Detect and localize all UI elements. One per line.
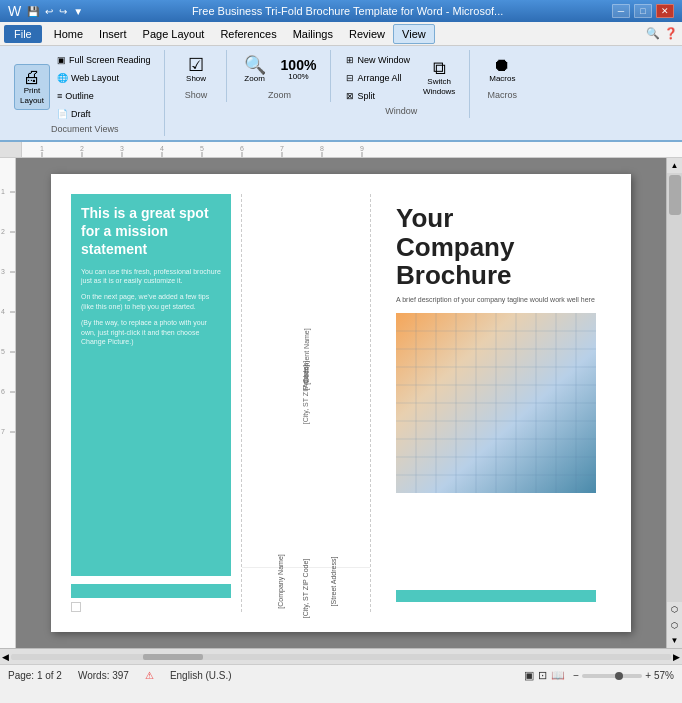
svg-text:5: 5: [1, 348, 5, 355]
scroll-left-arrow[interactable]: ◀: [2, 652, 9, 662]
minimize-button[interactable]: ─: [612, 4, 630, 18]
svg-rect-0: [22, 142, 662, 158]
zoom-100-icon: 100%: [281, 58, 317, 72]
h-scroll-thumb[interactable]: [143, 654, 203, 660]
title-bar: W 💾 ↩ ↪ ▼ Free Business Tri-Fold Brochur…: [0, 0, 682, 22]
quick-menu[interactable]: ▼: [73, 6, 83, 17]
arrange-all-button[interactable]: ⊟ Arrange All: [341, 70, 415, 86]
fullscreen-label: Full Screen Reading: [69, 55, 151, 65]
left-bottom-bar: [71, 584, 231, 598]
zoom-control[interactable]: − + 57%: [573, 670, 674, 681]
scroll-thumb[interactable]: [669, 175, 681, 215]
new-window-icon: ⊞: [346, 55, 354, 65]
zoom-minus[interactable]: −: [573, 670, 579, 681]
company-title: YourCompanyBrochure: [396, 204, 596, 290]
scroll-down-arrow[interactable]: ▼: [668, 633, 682, 648]
building-svg: [396, 313, 596, 493]
outline-label: Outline: [65, 91, 94, 101]
menu-home[interactable]: Home: [46, 25, 91, 43]
vertical-scrollbar[interactable]: ▲ ⬡ ⬡ ▼: [666, 158, 682, 648]
show-button[interactable]: ☑ Show: [178, 52, 214, 88]
language[interactable]: English (U.S.): [170, 670, 232, 681]
ruler-marks-svg: 1 2 3 4 5 6 7 8 9: [22, 142, 662, 158]
svg-text:2: 2: [80, 145, 84, 152]
menu-file[interactable]: File: [4, 25, 42, 43]
scroll-up-arrow[interactable]: ▲: [668, 158, 682, 173]
web-layout-label: Web Layout: [71, 73, 119, 83]
view-icons: ▣ ⊡ 📖: [524, 669, 565, 682]
split-button[interactable]: ⊠ Split: [341, 88, 415, 104]
h-scroll-track[interactable]: [11, 654, 671, 660]
help-icon[interactable]: ❓: [664, 27, 678, 40]
switch-windows-button[interactable]: ⧉ SwitchWindows: [417, 55, 461, 100]
zoom-100-button[interactable]: 100% 100%: [275, 54, 323, 86]
zoom-level: 57%: [654, 670, 674, 681]
brochure-image: [396, 313, 596, 493]
menu-view[interactable]: View: [393, 24, 435, 44]
split-icon: ⊠: [346, 91, 354, 101]
ribbon-group-show: ☑ Show Show: [167, 50, 227, 102]
para3: (By the way, to replace a photo with you…: [81, 318, 221, 347]
para2: On the next page, we've added a few tips…: [81, 292, 221, 312]
menu-review[interactable]: Review: [341, 25, 393, 43]
quick-redo[interactable]: ↪: [59, 6, 67, 17]
svg-text:5: 5: [200, 145, 204, 152]
new-window-button[interactable]: ⊞ New Window: [341, 52, 415, 68]
canvas-area[interactable]: This is a great spot for a mission state…: [16, 158, 666, 648]
show-label: Show: [185, 90, 208, 100]
outline-button[interactable]: ≡ Outline: [52, 88, 156, 104]
full-screen-reading-button[interactable]: ▣ Full Screen Reading: [52, 52, 156, 68]
ruler-v-svg: 1 2 3 4 5 6 7: [0, 162, 16, 648]
menu-page-layout[interactable]: Page Layout: [135, 25, 213, 43]
svg-text:7: 7: [280, 145, 284, 152]
svg-text:9: 9: [360, 145, 364, 152]
zoom-slider[interactable]: [582, 674, 642, 678]
close-button[interactable]: ✕: [656, 4, 674, 18]
menu-insert[interactable]: Insert: [91, 25, 135, 43]
menu-mailings[interactable]: Mailings: [285, 25, 341, 43]
menu-references[interactable]: References: [212, 25, 284, 43]
svg-text:1: 1: [40, 145, 44, 152]
web-layout-button[interactable]: 🌐 Web Layout: [52, 70, 156, 86]
status-right: ▣ ⊡ 📖 − + 57%: [524, 669, 674, 682]
print-layout-button[interactable]: 🖨 PrintLayout: [14, 64, 50, 109]
main-area: 1 2 3 4 5 6 7 This is a great spot for: [0, 158, 682, 648]
svg-text:4: 4: [160, 145, 164, 152]
svg-text:1: 1: [1, 188, 5, 195]
ruler-vertical: 1 2 3 4 5 6 7: [0, 158, 16, 648]
ruler-horizontal: 1 2 3 4 5 6 7 8 9: [0, 142, 682, 158]
cursor-indicator: [71, 602, 81, 612]
quick-save[interactable]: 💾: [27, 6, 39, 17]
svg-text:6: 6: [1, 388, 5, 395]
maximize-button[interactable]: □: [634, 4, 652, 18]
spell-check-icon[interactable]: ⚠: [145, 670, 154, 681]
document-page: This is a great spot for a mission state…: [51, 174, 631, 632]
scroll-track[interactable]: [667, 173, 682, 602]
zoom-plus[interactable]: +: [645, 670, 651, 681]
reading-view-icon[interactable]: 📖: [551, 669, 565, 682]
scroll-page-up[interactable]: ⬡: [668, 602, 681, 617]
macros-button[interactable]: ⏺ Macros: [483, 52, 521, 88]
middle-company-zip: [City, ST ZIP Code]: [303, 559, 310, 619]
right-panel: YourCompanyBrochure A brief description …: [381, 194, 611, 612]
ribbon-group-window: ⊞ New Window ⊟ Arrange All ⊠ Split ⧉ Swi…: [333, 50, 470, 118]
company-subtitle: A brief description of your company tagl…: [396, 296, 596, 303]
help-search-icon[interactable]: 🔍: [646, 27, 660, 40]
scroll-right-arrow[interactable]: ▶: [673, 652, 680, 662]
middle-street: [Street Address]: [331, 557, 338, 607]
horizontal-scrollbar[interactable]: ◀ ▶: [0, 648, 682, 664]
ribbon-group-zoom: 🔍 Zoom 100% 100% Zoom: [229, 50, 332, 102]
svg-text:4: 4: [1, 308, 5, 315]
zoom-button[interactable]: 🔍 Zoom: [237, 52, 273, 88]
scroll-page-down[interactable]: ⬡: [668, 618, 681, 633]
zoom-thumb: [615, 672, 623, 680]
outline-icon: ≡: [57, 91, 62, 101]
mission-heading: This is a great spot for a mission state…: [81, 204, 221, 259]
ribbon-group-macros: ⏺ Macros Macros: [472, 50, 532, 102]
print-layout-icon: 🖨: [23, 68, 41, 86]
print-view-icon[interactable]: ▣: [524, 669, 534, 682]
quick-undo[interactable]: ↩: [45, 6, 53, 17]
draft-button[interactable]: 📄 Draft: [52, 106, 156, 122]
ribbon: 🖨 PrintLayout ▣ Full Screen Reading 🌐 We…: [0, 46, 682, 142]
fullscreen-view-icon[interactable]: ⊡: [538, 669, 547, 682]
